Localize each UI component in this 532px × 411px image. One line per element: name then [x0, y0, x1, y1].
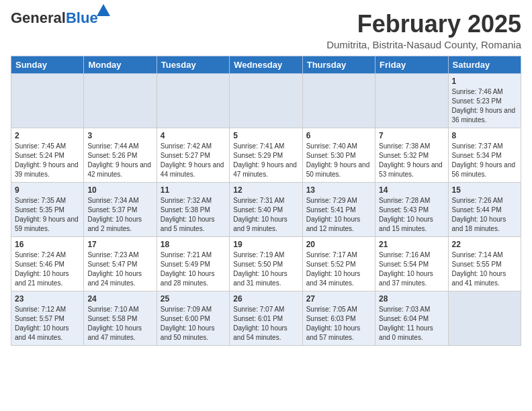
calendar-cell [230, 73, 302, 128]
calendar-cell: 3Sunrise: 7:44 AM Sunset: 5:26 PM Daylig… [84, 128, 157, 182]
logo: GeneralBlue [11, 11, 98, 26]
calendar-cell: 22Sunrise: 7:14 AM Sunset: 5:55 PM Dayli… [448, 236, 521, 291]
day-info: Sunrise: 7:46 AM Sunset: 5:23 PM Dayligh… [452, 87, 517, 125]
calendar-cell: 8Sunrise: 7:37 AM Sunset: 5:34 PM Daylig… [448, 128, 521, 182]
calendar-cell [84, 73, 157, 128]
day-info: Sunrise: 7:24 AM Sunset: 5:46 PM Dayligh… [15, 250, 80, 288]
day-number: 22 [452, 240, 517, 249]
location: Dumitrita, Bistrita-Nasaud County, Roman… [326, 39, 521, 50]
day-info: Sunrise: 7:31 AM Sunset: 5:40 PM Dayligh… [233, 196, 298, 234]
day-number: 16 [15, 240, 80, 249]
calendar-cell: 13Sunrise: 7:29 AM Sunset: 5:41 PM Dayli… [302, 182, 375, 236]
calendar-week-row: 23Sunrise: 7:12 AM Sunset: 5:57 PM Dayli… [11, 291, 521, 345]
calendar-cell [302, 73, 375, 128]
day-info: Sunrise: 7:05 AM Sunset: 6:03 PM Dayligh… [306, 305, 371, 342]
day-info: Sunrise: 7:45 AM Sunset: 5:24 PM Dayligh… [15, 142, 80, 179]
calendar-cell: 24Sunrise: 7:10 AM Sunset: 5:58 PM Dayli… [84, 291, 157, 345]
calendar-cell: 23Sunrise: 7:12 AM Sunset: 5:57 PM Dayli… [11, 291, 84, 345]
day-number: 9 [15, 185, 80, 195]
day-number: 11 [161, 185, 226, 195]
day-number: 19 [233, 240, 298, 249]
title-block: February 2025 Dumitrita, Bistrita-Nasaud… [326, 11, 521, 50]
calendar-cell: 27Sunrise: 7:05 AM Sunset: 6:03 PM Dayli… [302, 291, 375, 345]
calendar-cell: 4Sunrise: 7:42 AM Sunset: 5:27 PM Daylig… [157, 128, 229, 182]
day-info: Sunrise: 7:17 AM Sunset: 5:52 PM Dayligh… [306, 250, 371, 288]
day-number: 25 [161, 294, 226, 304]
day-info: Sunrise: 7:14 AM Sunset: 5:55 PM Dayligh… [452, 250, 517, 288]
day-number: 1 [452, 77, 517, 86]
calendar-cell: 19Sunrise: 7:19 AM Sunset: 5:50 PM Dayli… [230, 236, 302, 291]
day-number: 23 [15, 294, 80, 304]
weekday-header-tuesday: Tuesday [157, 56, 229, 73]
day-info: Sunrise: 7:03 AM Sunset: 6:04 PM Dayligh… [379, 305, 444, 342]
day-info: Sunrise: 7:29 AM Sunset: 5:41 PM Dayligh… [306, 196, 371, 234]
weekday-header-sunday: Sunday [11, 56, 84, 73]
calendar-cell: 7Sunrise: 7:38 AM Sunset: 5:32 PM Daylig… [375, 128, 448, 182]
day-number: 24 [87, 294, 152, 304]
logo-blue: Blue [66, 9, 98, 26]
day-number: 8 [452, 131, 517, 140]
calendar-cell: 21Sunrise: 7:16 AM Sunset: 5:54 PM Dayli… [375, 236, 448, 291]
calendar-cell: 16Sunrise: 7:24 AM Sunset: 5:46 PM Dayli… [11, 236, 84, 291]
logo-icon [97, 4, 110, 16]
month-year: February 2025 [326, 11, 521, 38]
svg-marker-0 [97, 4, 110, 16]
day-number: 26 [233, 294, 298, 304]
day-info: Sunrise: 7:37 AM Sunset: 5:34 PM Dayligh… [452, 142, 517, 179]
weekday-header-thursday: Thursday [302, 56, 375, 73]
day-number: 27 [306, 294, 371, 304]
calendar-week-row: 9Sunrise: 7:35 AM Sunset: 5:35 PM Daylig… [11, 182, 521, 236]
day-info: Sunrise: 7:10 AM Sunset: 5:58 PM Dayligh… [87, 305, 152, 342]
day-info: Sunrise: 7:32 AM Sunset: 5:38 PM Dayligh… [161, 196, 226, 234]
day-info: Sunrise: 7:09 AM Sunset: 6:00 PM Dayligh… [161, 305, 226, 342]
day-info: Sunrise: 7:38 AM Sunset: 5:32 PM Dayligh… [379, 142, 444, 179]
calendar-week-row: 1Sunrise: 7:46 AM Sunset: 5:23 PM Daylig… [11, 73, 521, 128]
day-number: 6 [306, 131, 371, 140]
day-info: Sunrise: 7:21 AM Sunset: 5:49 PM Dayligh… [161, 250, 226, 288]
day-info: Sunrise: 7:19 AM Sunset: 5:50 PM Dayligh… [233, 250, 298, 288]
weekday-header-monday: Monday [84, 56, 157, 73]
day-info: Sunrise: 7:23 AM Sunset: 5:47 PM Dayligh… [87, 250, 152, 288]
calendar-week-row: 16Sunrise: 7:24 AM Sunset: 5:46 PM Dayli… [11, 236, 521, 291]
day-info: Sunrise: 7:44 AM Sunset: 5:26 PM Dayligh… [87, 142, 152, 179]
day-info: Sunrise: 7:35 AM Sunset: 5:35 PM Dayligh… [15, 196, 80, 234]
calendar-cell: 26Sunrise: 7:07 AM Sunset: 6:01 PM Dayli… [230, 291, 302, 345]
logo-general: General [11, 9, 66, 26]
day-number: 5 [233, 131, 298, 140]
day-info: Sunrise: 7:07 AM Sunset: 6:01 PM Dayligh… [233, 305, 298, 342]
day-number: 10 [87, 185, 152, 195]
calendar-cell: 17Sunrise: 7:23 AM Sunset: 5:47 PM Dayli… [84, 236, 157, 291]
day-info: Sunrise: 7:12 AM Sunset: 5:57 PM Dayligh… [15, 305, 80, 342]
day-info: Sunrise: 7:16 AM Sunset: 5:54 PM Dayligh… [379, 250, 444, 288]
day-number: 14 [379, 185, 444, 195]
day-info: Sunrise: 7:42 AM Sunset: 5:27 PM Dayligh… [161, 142, 226, 179]
calendar-cell [157, 73, 229, 128]
calendar-cell: 6Sunrise: 7:40 AM Sunset: 5:30 PM Daylig… [302, 128, 375, 182]
calendar-cell [375, 73, 448, 128]
day-number: 2 [15, 131, 80, 140]
logo-text: GeneralBlue [11, 9, 98, 26]
calendar-cell: 15Sunrise: 7:26 AM Sunset: 5:44 PM Dayli… [448, 182, 521, 236]
day-number: 28 [379, 294, 444, 304]
day-info: Sunrise: 7:28 AM Sunset: 5:43 PM Dayligh… [379, 196, 444, 234]
day-number: 21 [379, 240, 444, 249]
day-number: 12 [233, 185, 298, 195]
calendar-cell: 12Sunrise: 7:31 AM Sunset: 5:40 PM Dayli… [230, 182, 302, 236]
day-number: 18 [161, 240, 226, 249]
calendar-cell: 10Sunrise: 7:34 AM Sunset: 5:37 PM Dayli… [84, 182, 157, 236]
calendar-cell: 1Sunrise: 7:46 AM Sunset: 5:23 PM Daylig… [448, 73, 521, 128]
calendar-cell: 9Sunrise: 7:35 AM Sunset: 5:35 PM Daylig… [11, 182, 84, 236]
calendar-week-row: 2Sunrise: 7:45 AM Sunset: 5:24 PM Daylig… [11, 128, 521, 182]
calendar-cell: 11Sunrise: 7:32 AM Sunset: 5:38 PM Dayli… [157, 182, 229, 236]
calendar-cell: 20Sunrise: 7:17 AM Sunset: 5:52 PM Dayli… [302, 236, 375, 291]
day-number: 3 [87, 131, 152, 140]
calendar-cell: 28Sunrise: 7:03 AM Sunset: 6:04 PM Dayli… [375, 291, 448, 345]
weekday-header-row: SundayMondayTuesdayWednesdayThursdayFrid… [11, 56, 521, 73]
day-info: Sunrise: 7:40 AM Sunset: 5:30 PM Dayligh… [306, 142, 371, 179]
day-info: Sunrise: 7:26 AM Sunset: 5:44 PM Dayligh… [452, 196, 517, 234]
calendar-cell: 5Sunrise: 7:41 AM Sunset: 5:29 PM Daylig… [230, 128, 302, 182]
calendar: SundayMondayTuesdayWednesdayThursdayFrid… [11, 56, 521, 346]
weekday-header-wednesday: Wednesday [230, 56, 302, 73]
calendar-cell [448, 291, 521, 345]
calendar-cell: 2Sunrise: 7:45 AM Sunset: 5:24 PM Daylig… [11, 128, 84, 182]
